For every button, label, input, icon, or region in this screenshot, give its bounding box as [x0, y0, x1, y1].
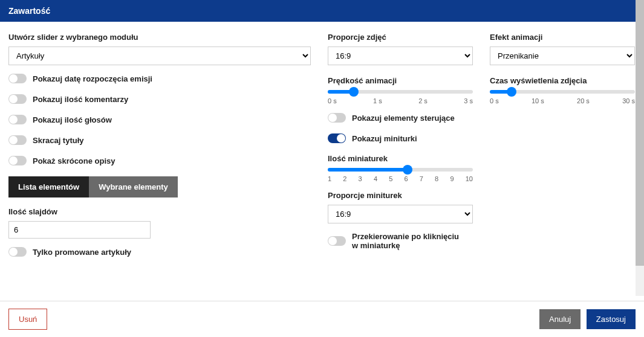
anim-effect-select[interactable]: Przenikanie: [490, 47, 635, 65]
anim-speed-ticks: 0 s 1 s 2 s 3 s: [328, 97, 473, 104]
scrollbar-thumb[interactable]: [636, 0, 644, 266]
toggle-row-show-thumbs: Pokazuj miniturki: [328, 133, 473, 143]
toggle-row-comment-count: Pokazuj ilość komentarzy: [8, 94, 311, 104]
toggle-label: Pokaż skrócone opisy: [33, 156, 115, 165]
anim-effect-label: Efekt animacji: [490, 33, 635, 42]
toggle-row-thumb-redirect: Przekierowanie po kliknięciu w miniaturk…: [328, 232, 473, 250]
column-left: Utwórz slider z wybranego modułu Artykuł…: [8, 30, 311, 294]
toggle-show-start-date[interactable]: [8, 74, 27, 83]
section-header: Zawartość: [0, 0, 644, 22]
toggle-row-start-date: Pokazuj datę rozpoczęcia emisji: [8, 74, 311, 83]
toggle-promoted-only[interactable]: [8, 247, 27, 257]
thumbs-count-ticks: 1 2 3 4 5 6 7 8 9 10: [328, 175, 473, 182]
display-time-ticks: 0 s 10 s 20 s 30 s: [490, 97, 635, 104]
anim-speed-slider[interactable]: [328, 90, 473, 94]
section-title: Zawartość: [8, 6, 50, 16]
toggle-show-comment-count[interactable]: [8, 94, 27, 104]
toggle-row-vote-count: Pokazuj ilość głosów: [8, 115, 311, 124]
toggle-row-shorten-titles: Skracaj tytuły: [8, 135, 311, 145]
thumbs-count-slider[interactable]: [328, 168, 473, 172]
anim-speed-label: Prędkość animacji: [328, 76, 473, 85]
scrollbar[interactable]: [636, 0, 644, 296]
tabs: Lista elementów Wybrane elementy: [8, 176, 311, 197]
module-select-label: Utwórz slider z wybranego modułu: [8, 33, 311, 42]
toggle-row-promoted-only: Tylko promowane artykuły: [8, 247, 311, 257]
toggle-row-short-desc: Pokaż skrócone opisy: [8, 156, 311, 165]
column-middle: Proporcje zdjęć 16:9 Prędkość animacji 0…: [328, 30, 473, 294]
toggle-thumb-redirect[interactable]: [328, 236, 346, 246]
content-area: Utwórz slider z wybranego modułu Artykuł…: [0, 22, 644, 294]
column-right: Efekt animacji Przenikanie Czas wyświetl…: [490, 30, 635, 294]
module-select[interactable]: Artykuły: [8, 47, 311, 65]
toggle-label: Pokazuj miniturki: [352, 134, 417, 143]
aspect-select[interactable]: 16:9: [328, 47, 473, 65]
toggle-show-controls[interactable]: [328, 113, 346, 123]
toggle-label: Pokazuj ilość komentarzy: [33, 95, 128, 104]
delete-button[interactable]: Usuń: [8, 309, 47, 330]
slides-count-input[interactable]: [8, 221, 151, 239]
thumbs-count-label: Ilość miniaturek: [328, 154, 473, 163]
toggle-label: Tylko promowane artykuły: [33, 248, 131, 257]
toggle-label: Pokazuj elementy sterujące: [352, 114, 455, 123]
toggle-label: Pokazuj datę rozpoczęcia emisji: [33, 74, 152, 83]
slides-count-label: Ilość slajdów: [8, 207, 311, 216]
toggle-label: Przekierowanie po kliknięciu w miniaturk…: [352, 232, 467, 250]
toggle-show-short-desc[interactable]: [8, 156, 27, 165]
toggle-label: Skracaj tytuły: [33, 136, 84, 145]
footer: Usuń Anuluj Zastosuj: [0, 301, 644, 337]
aspect-label: Proporcje zdjęć: [328, 33, 473, 42]
toggle-show-vote-count[interactable]: [8, 115, 27, 124]
footer-right: Anuluj Zastosuj: [539, 309, 636, 329]
display-time-slider[interactable]: [490, 90, 635, 94]
display-time-label: Czas wyświetlenia zdjęcia: [490, 76, 635, 85]
tab-element-list[interactable]: Lista elementów: [8, 176, 89, 197]
apply-button[interactable]: Zastosuj: [587, 309, 636, 329]
toggle-shorten-titles[interactable]: [8, 135, 27, 145]
toggle-label: Pokazuj ilość głosów: [33, 115, 112, 124]
toggle-row-show-controls: Pokazuj elementy sterujące: [328, 113, 473, 123]
thumbs-aspect-label: Proporcje miniturek: [328, 191, 473, 200]
thumbs-aspect-select[interactable]: 16:9: [328, 205, 473, 223]
tab-selected-elements[interactable]: Wybrane elementy: [89, 176, 178, 197]
toggle-show-thumbs[interactable]: [328, 133, 346, 143]
cancel-button[interactable]: Anuluj: [539, 309, 581, 329]
